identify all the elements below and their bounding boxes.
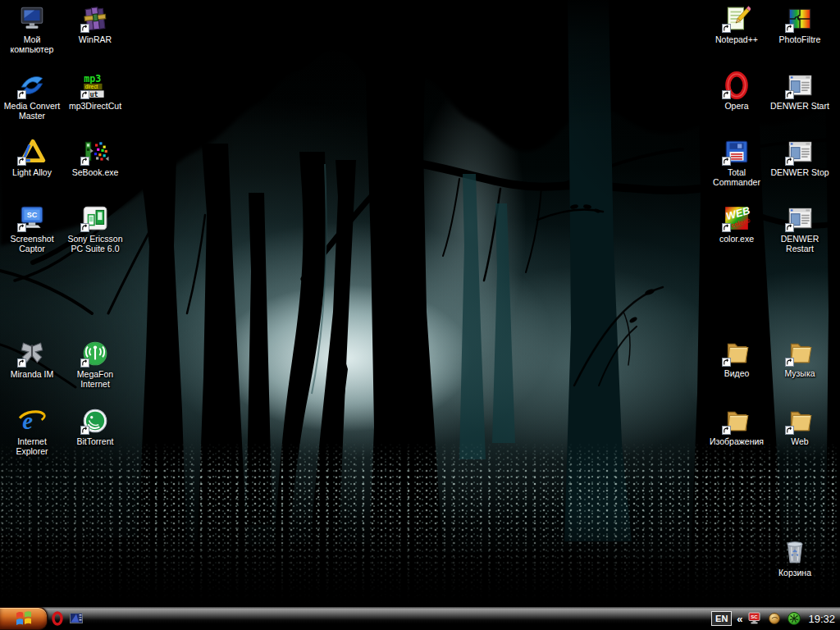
desktop-icon-miranda-im[interactable]: Miranda IM [0,340,64,379]
megafon-internet-icon [81,340,109,368]
desktop-icon-denwer-stop[interactable]: DENWER Stop [768,138,832,177]
shortcut-arrow-icon [17,157,26,166]
folder-icon [723,339,751,367]
svg-text:mp3: mp3 [84,73,101,84]
show-desktop-quicklaunch-icon[interactable] [69,611,84,626]
desktop-icon-folder-video[interactable]: Видео [705,339,769,378]
taskbar: EN « SC [0,607,840,630]
shortcut-arrow-icon [80,90,89,99]
desktop-icon-sebook[interactable]: SeBook.exe [63,138,127,177]
hidden-icons-chevron[interactable]: « [737,613,742,625]
denwer-window-icon [786,71,814,99]
light-alloy-icon [18,138,46,166]
desktop-icon-sony-ericsson-pc-suite[interactable]: Sony Ericsson PC Suite 6.0 [63,204,127,253]
desktop-icon-mp3directcut[interactable]: mp3 direct :ut mp3DirectCut [63,71,127,111]
shortcut-arrow-icon [80,426,89,435]
desktop-icon-light-alloy[interactable]: Light Alloy [0,138,64,177]
desktop-icon-notepad-plus-plus[interactable]: Notepad++ [705,5,769,44]
svg-text:SC: SC [751,614,759,619]
desktop-icon-denwer-restart[interactable]: DENWER Restart [768,204,832,253]
desktop-icon-label: Мой компьютер [0,34,64,54]
antivirus-spider-tray-icon[interactable] [787,611,801,626]
svg-text:direct: direct [85,84,98,89]
shortcut-arrow-icon [785,90,794,99]
desktop-icon-label: Internet Explorer [0,436,64,456]
shortcut-arrow-icon [785,223,794,232]
desktop-icon-label: Opera [723,101,750,111]
language-indicator[interactable]: EN [711,611,732,626]
desktop-icon-label: Screenshot Captor [0,234,64,253]
shortcut-arrow-icon [17,223,26,232]
color-exe-icon: WEB color© [723,204,751,232]
opera-quicklaunch-icon[interactable] [50,611,65,626]
desktop-icon-folder-images[interactable]: Изображения [705,407,769,446]
folder-icon [723,407,751,435]
miranda-im-icon [18,340,46,368]
gold-orb-tray-icon[interactable] [767,611,782,626]
desktop-icon-label: BitTorrent [75,436,116,446]
desktop-icon-folder-web[interactable]: Web [768,407,832,446]
desktop-icon-media-convert-master[interactable]: Media Convert Master [0,71,64,121]
desktop-icon-bittorrent[interactable]: BitTorrent [63,407,127,446]
desktop-icon-label: Notepad++ [714,34,760,44]
desktop-icon-label: Музыка [783,368,816,378]
folder-icon [786,339,814,367]
shortcut-arrow-icon [722,426,731,435]
desktop-icon-label: Light Alloy [11,167,53,177]
denwer-window-icon [786,204,814,232]
desktop-icon-label: DENWER Stop [769,167,830,177]
desktop-icon-label: Total Commander [705,167,769,187]
desktop-icon-winrar[interactable]: WinRAR [63,5,127,44]
bittorrent-icon [81,407,109,435]
total-commander-icon [723,138,751,166]
desktop-icon-total-commander[interactable]: Total Commander [705,138,769,187]
shortcut-arrow-icon [722,358,731,367]
shortcut-arrow-icon [80,223,89,232]
desktop-icon-recycle-bin[interactable]: Корзина [763,538,827,578]
winrar-icon [81,5,109,33]
desktop-icon-photofiltre[interactable]: PhotoFiltre [768,5,832,44]
shortcut-arrow-icon [785,426,794,435]
desktop-icon-color-exe[interactable]: WEB color© color.exe [705,204,769,244]
desktop-icon-folder-music[interactable]: Музыка [768,339,832,378]
desktop-icon-my-computer[interactable]: Мой компьютер [0,5,64,54]
desktop-icon-internet-explorer[interactable]: e Internet Explorer [0,407,64,456]
shortcut-arrow-icon [722,90,731,99]
desktop-icon-label: Miranda IM [9,369,56,379]
desktop[interactable]: Мой компьютер WinRAR [0,0,840,607]
shortcut-arrow-icon [722,24,731,33]
shortcut-arrow-icon [17,358,26,368]
sebook-icon [81,138,109,166]
desktop-icon-megafon-internet[interactable]: MegaFon Internet [63,340,127,389]
desktop-icon-label: color.exe [718,234,756,244]
mp3directcut-icon: mp3 direct :ut [81,71,109,99]
desktop-screen: Мой компьютер WinRAR [0,0,840,630]
desktop-icon-label: SeBook.exe [71,167,121,177]
start-button[interactable] [0,607,48,630]
shortcut-arrow-icon [80,24,89,33]
desktop-icon-label: DENWER Restart [768,234,832,253]
windows-flag-icon [14,609,34,628]
denwer-window-icon [786,138,814,166]
desktop-icon-label: mp3DirectCut [67,101,123,111]
sony-ericsson-pc-suite-icon [81,204,109,232]
desktop-icon-denwer-start[interactable]: DENWER Start [768,71,832,111]
shortcut-arrow-icon [785,24,794,33]
desktop-icon-label: WinRAR [77,34,113,44]
my-computer-icon [18,5,46,33]
shortcut-arrow-icon [80,157,89,166]
svg-text:SC: SC [27,211,38,219]
desktop-icon-label: PhotoFiltre [778,34,823,44]
desktop-icon-label: Корзина [777,568,813,578]
screenshot-captor-tray-icon[interactable]: SC [747,611,762,626]
desktop-icon-opera[interactable]: Opera [705,71,769,111]
shortcut-arrow-icon [722,157,731,166]
shortcut-arrow-icon [80,358,89,368]
desktop-icon-label: Видео [723,368,751,378]
taskbar-clock[interactable]: 19:32 [808,613,835,625]
notepad-plus-plus-icon [723,5,751,33]
media-convert-master-icon [18,71,46,99]
opera-icon [723,71,751,99]
desktop-icon-screenshot-captor[interactable]: SC Screenshot Captor [0,204,64,253]
photofiltre-icon [786,5,814,33]
